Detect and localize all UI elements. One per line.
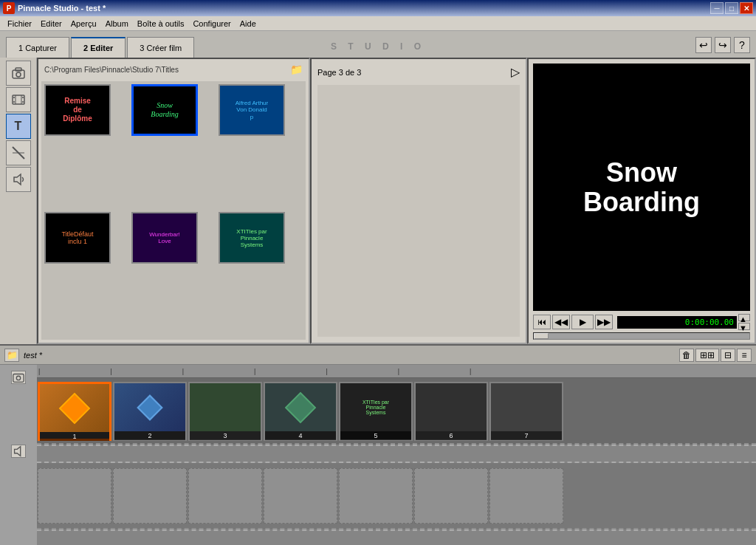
film-icon-btn[interactable]	[6, 87, 31, 112]
clip-5[interactable]: XTITles parPinnacleSystems 5	[339, 382, 413, 441]
svg-marker-15	[15, 447, 21, 456]
clip-2-diamond	[137, 394, 162, 420]
titlebar-left: P Pinnacle Studio - test *	[3, 2, 106, 14]
menu-configurer[interactable]: Configurer	[188, 18, 235, 30]
tab-creer-film[interactable]: 3 Créer film	[127, 37, 194, 58]
window-title: Pinnacle Studio - test *	[18, 4, 106, 13]
clip-4[interactable]: 4	[264, 382, 337, 441]
title-thumb-4-label: TitleDéfautinclu 1	[61, 230, 93, 245]
video-track: 1 2 3	[37, 378, 756, 445]
page-nav-icon[interactable]: ▷	[511, 65, 520, 79]
clip-4-num: 4	[265, 431, 336, 440]
redo-button[interactable]: ↪	[715, 37, 731, 53]
menu-album[interactable]: Album	[101, 18, 133, 30]
tab-editer[interactable]: 2 Editer	[71, 37, 126, 58]
toolbar-right-buttons: ↩ ↪ ?	[695, 37, 750, 53]
clip-6-num: 6	[416, 431, 487, 440]
divider-track	[37, 445, 756, 463]
clip-2[interactable]: 2	[113, 382, 187, 441]
empty-clip-2	[113, 468, 187, 524]
timeline-tracks: | | | | | | | 1	[37, 365, 756, 545]
preview-vol-up[interactable]: ▲	[738, 314, 750, 321]
tl-audio-icon[interactable]	[11, 445, 26, 458]
preview-vol-down[interactable]: ▼	[738, 323, 750, 330]
empty-clip-5	[339, 468, 413, 524]
clip-4-diamond	[285, 391, 316, 422]
clip-3[interactable]: 3	[188, 382, 262, 441]
title-thumb-4[interactable]: TitleDéfautinclu 1	[44, 212, 111, 264]
page-label: Page 3 de 3	[317, 68, 361, 77]
clip-7-num: 7	[491, 431, 562, 440]
menu-boite-outils[interactable]: Boîte à outils	[133, 18, 189, 30]
clip-6[interactable]: 6	[414, 382, 488, 441]
timeline-menu-btn[interactable]: ≡	[737, 349, 752, 362]
project-name: test *	[24, 351, 42, 360]
timeline-delete-btn[interactable]: 🗑	[679, 349, 694, 362]
title-thumb-1[interactable]: RemisedeDiplôme	[44, 84, 111, 136]
svg-point-8	[22, 97, 24, 98]
titles-folder-icon[interactable]: 📁	[290, 64, 303, 75]
empty-clip-3	[188, 468, 262, 524]
prev-first-button[interactable]: ⏮	[533, 315, 551, 329]
titles-panel: C:\Program Files\Pinnacle\Studio 7\Title…	[37, 58, 310, 344]
title-thumb-5[interactable]: Wunderbar!Love	[131, 212, 198, 264]
timeline-split-btn[interactable]: ⊟	[721, 349, 735, 362]
titlebar-buttons[interactable]: ─ □ ✕	[710, 2, 753, 14]
empty-clip-7	[489, 468, 563, 524]
menu-aide[interactable]: Aide	[236, 18, 261, 30]
camera-icon-btn[interactable]	[6, 61, 31, 86]
timeline-left-icons	[0, 365, 37, 545]
tab-capturer[interactable]: 1 Capturer	[6, 37, 69, 58]
tl-camera-icon[interactable]	[11, 371, 26, 384]
clip-2-num: 2	[114, 431, 185, 440]
menu-fichier[interactable]: Fichier	[3, 18, 36, 30]
divider-track-2	[37, 529, 756, 545]
svg-rect-3	[13, 95, 24, 104]
page-header: Page 3 de 3 ▷	[317, 65, 520, 79]
menu-apercu[interactable]: Aperçu	[66, 18, 101, 30]
clip-1[interactable]: 1	[38, 382, 111, 441]
title-thumb-3-label: Alfred ArthurVon Donaldp	[236, 100, 268, 121]
title-thumb-2[interactable]: SnowBoarding	[131, 84, 198, 136]
title-thumb-3[interactable]: Alfred ArthurVon Donaldp	[219, 84, 285, 136]
svg-point-14	[16, 376, 20, 380]
maximize-button[interactable]: □	[725, 2, 738, 14]
timeline-body: | | | | | | | 1	[0, 365, 756, 545]
preview-scroll-thumb[interactable]	[534, 333, 549, 339]
help-button[interactable]: ?	[734, 37, 750, 53]
app-icon: P	[3, 2, 15, 14]
title-icon-btn[interactable]: T	[6, 114, 31, 139]
svg-rect-13	[13, 374, 24, 383]
title-thumb-6-label: XTITles parPinnacleSystems	[236, 228, 267, 248]
left-panel: T	[0, 58, 37, 344]
close-button[interactable]: ✕	[740, 2, 753, 14]
prev-forward-button[interactable]: ▶▶	[595, 315, 613, 329]
audio-icon-btn[interactable]	[6, 167, 31, 192]
timeline-view-btn[interactable]: ⊞⊞	[695, 349, 719, 362]
clip-2-inner	[141, 398, 159, 417]
minimize-button[interactable]: ─	[710, 2, 724, 14]
preview-scrollbar[interactable]	[533, 332, 750, 340]
studio-label: S T U D I O	[331, 41, 425, 52]
timeline-folder-icon[interactable]: 📁	[4, 349, 19, 362]
svg-point-7	[13, 101, 15, 103]
audio-track-1	[37, 463, 756, 529]
clip-7[interactable]: 7	[489, 382, 563, 441]
svg-point-9	[22, 101, 24, 103]
preview-panel: SnowBoarding ⏮ ◀◀ ▶ ▶▶ 0:00:00.00 ▲ ▼	[527, 58, 756, 344]
menubar: Fichier Editer Aperçu Album Boîte à outi…	[0, 16, 756, 31]
prev-play-button[interactable]: ▶	[571, 315, 594, 329]
menu-editer[interactable]: Editer	[36, 18, 66, 30]
timeline-icons-right: 🗑 ⊞⊞ ⊟ ≡	[679, 349, 752, 362]
toolbar: 1 Capturer 2 Editer 3 Créer film S T U D…	[0, 31, 756, 58]
time-display: 0:00:00.00	[617, 316, 737, 329]
page-panel: Page 3 de 3 ▷	[310, 58, 527, 344]
svg-rect-2	[16, 68, 21, 71]
page-content	[317, 85, 520, 337]
effects-icon-btn[interactable]	[6, 140, 31, 165]
titlebar: P Pinnacle Studio - test * ─ □ ✕	[0, 0, 756, 16]
preview-buttons: ⏮ ◀◀ ▶ ▶▶ 0:00:00.00 ▲ ▼	[533, 314, 750, 330]
prev-rewind-button[interactable]: ◀◀	[552, 315, 570, 329]
title-thumb-6[interactable]: XTITles parPinnacleSystems	[219, 212, 285, 264]
undo-button[interactable]: ↩	[695, 37, 712, 53]
